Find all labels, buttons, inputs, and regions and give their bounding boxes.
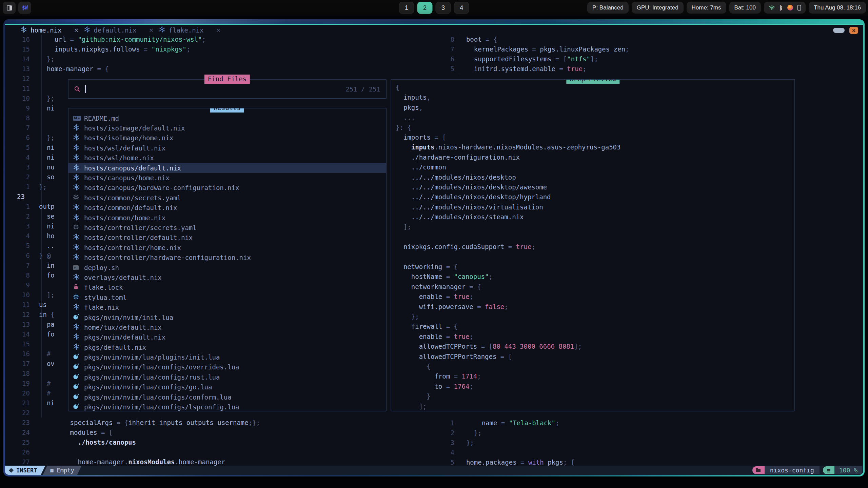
result-item[interactable]: pkgs/nvim/nvim/lua/configs/conform.lua <box>68 392 386 402</box>
result-item[interactable]: >_deploy.sh <box>68 263 386 272</box>
window-pill-button[interactable] <box>833 28 845 33</box>
result-item[interactable]: hosts/controller/secrets.yaml <box>68 223 386 232</box>
line-number: 3 <box>444 438 454 448</box>
system-tray[interactable]: ᛒ <box>764 2 806 14</box>
result-filename: hosts/controller/secrets.yaml <box>84 224 197 231</box>
result-item[interactable]: flake.lock <box>68 283 386 292</box>
phone-icon[interactable] <box>797 5 801 11</box>
lua-icon <box>73 363 79 371</box>
result-filename: pkgs/nvim/nvim/lua/configs/go.lua <box>84 383 212 391</box>
result-item[interactable]: hosts/controller/hardware-configuration.… <box>68 252 386 262</box>
bluetooth-icon[interactable]: ᛒ <box>780 4 783 11</box>
result-item[interactable]: hosts/wsl/home.nix <box>68 153 386 163</box>
mode-label: INSERT <box>16 467 37 474</box>
scroll-progress: 100 % <box>834 466 862 474</box>
code-line: 25 ./hosts/canopus <box>16 438 260 447</box>
result-item[interactable]: hosts/common/secrets.yaml <box>68 193 386 203</box>
line-number: 2 <box>444 428 454 438</box>
result-item[interactable]: pkgs/default.nix <box>68 342 386 352</box>
result-item[interactable]: flake.nix <box>68 302 386 312</box>
tab-home.nix[interactable]: home.nix× <box>20 26 79 34</box>
result-item[interactable]: hosts/canopus/home.nix <box>68 173 386 183</box>
tab-label: flake.nix <box>169 26 204 34</box>
nix-icon <box>73 273 80 282</box>
result-item[interactable]: pkgs/nvim/nvim/lua/plugins/init.lua <box>68 352 386 362</box>
line-number: 1 <box>16 182 30 192</box>
line-number: 13 <box>16 64 30 74</box>
result-item[interactable]: hosts/controller/default.nix <box>68 233 386 243</box>
nix-icon <box>73 253 80 262</box>
line-number: 14 <box>16 329 30 339</box>
workspace-4[interactable]: 4 <box>454 2 469 14</box>
tab-flake.nix[interactable]: flake.nix× <box>159 26 221 34</box>
right-editor-pane-top[interactable]: 8 boot = {7 kernelPackages = pkgs.linuxP… <box>444 35 629 74</box>
result-item[interactable]: hosts/isoImage/home.nix <box>68 133 386 143</box>
nix-icon <box>73 233 80 242</box>
shell-icon: >_ <box>73 265 79 270</box>
preview-line: hostName = "canopus"; <box>396 272 620 282</box>
close-tab-icon[interactable]: × <box>216 26 221 34</box>
result-item[interactable]: hosts/controller/home.nix <box>68 243 386 252</box>
result-item[interactable]: pkgs/nvim/nvim/lua/configs/rust.lua <box>68 372 386 382</box>
result-item[interactable]: hosts/isoImage/default.nix <box>68 123 386 133</box>
close-tab-icon[interactable]: × <box>149 26 154 34</box>
lines-icon: ≡ <box>823 466 834 474</box>
line-number: 5 <box>16 241 30 251</box>
preview-line: ../common <box>396 162 620 172</box>
code-line: 14 }; <box>16 54 260 64</box>
result-item[interactable]: hosts/canopus/default.nix <box>68 163 386 173</box>
results-list: M↓README.mdhosts/isoImage/default.nixhos… <box>68 113 386 411</box>
code-line: 15 inputs.nixpkgs.follows = "nixpkgs"; <box>16 44 260 54</box>
right-editor-pane-bottom[interactable]: 1 name = "Tela-black";2 };3 };45 home.pa… <box>444 418 575 467</box>
app-launcher-button[interactable] <box>3 2 16 14</box>
workspace-1[interactable]: 1 <box>399 2 414 14</box>
firefox-icon[interactable] <box>787 5 793 11</box>
result-item[interactable]: pkgs/nvim/default.nix <box>68 332 386 342</box>
workspace-2[interactable]: 2 <box>417 2 433 14</box>
workspace-3[interactable]: 3 <box>436 2 451 14</box>
nix-icon <box>20 26 27 34</box>
code-line: 26 <box>16 447 260 457</box>
result-item[interactable]: pkgs/nvim/nvim/lua/configs/go.lua <box>68 382 386 392</box>
statusline: INSERT ▤ Empty nixos-config ≡ 100 % <box>5 466 863 475</box>
line-number: 8 <box>16 270 30 280</box>
result-item[interactable]: stylua.toml <box>68 292 386 302</box>
tab-default.nix[interactable]: default.nix× <box>84 26 154 34</box>
preview-line: firewall = { <box>396 322 620 331</box>
nix-icon <box>73 303 80 311</box>
result-item[interactable]: home/tux/default.nix <box>68 322 386 332</box>
result-item[interactable]: hosts/common/home.nix <box>68 213 386 223</box>
preview-line: ../../modules/nixos/desktop/awesome <box>396 182 620 192</box>
code-line: 16 url = "github:nix-community/nixos-wsl… <box>16 35 260 44</box>
result-item[interactable]: hosts/common/default.nix <box>68 203 386 213</box>
close-tab-icon[interactable]: × <box>74 26 79 34</box>
result-item[interactable]: pkgs/nvim/nvim/init.lua <box>68 312 386 322</box>
lock-icon <box>73 284 79 291</box>
line-number: 23 <box>16 418 30 428</box>
results-popup: Results M↓README.mdhosts/isoImage/defaul… <box>68 108 387 411</box>
wifi-icon[interactable] <box>768 5 775 11</box>
preview-line: { <box>396 362 620 371</box>
line-number: 7 <box>16 123 30 133</box>
result-filename: pkgs/nvim/nvim/lua/configs/lspconfig.lua <box>84 403 239 411</box>
lua-icon <box>73 393 79 401</box>
result-item[interactable]: hosts/wsl/default.nix <box>68 143 386 153</box>
result-filename: pkgs/nvim/nvim/lua/configs/overrides.lua <box>84 363 239 371</box>
result-item[interactable]: overlays/default.nix <box>68 272 386 282</box>
result-item[interactable]: M↓README.md <box>68 113 386 123</box>
preview-line: wifi.powersave = false; <box>396 302 620 312</box>
result-filename: overlays/default.nix <box>84 274 162 281</box>
grep-preview-popup: Grep Preview { inputs, pkgs, ...}: { imp… <box>391 79 795 411</box>
find-files-popup[interactable]: Find Files 251 / 251 <box>68 79 387 99</box>
mode-indicator: INSERT <box>5 466 45 475</box>
code-line: 3 }; <box>444 438 575 448</box>
result-item[interactable]: hosts/canopus/hardware-configuration.nix <box>68 183 386 193</box>
preview-line: inputs.nixos-hardware.nixosModules.asus-… <box>396 142 620 152</box>
result-item[interactable]: pkgs/nvim/nvim/lua/configs/lspconfig.lua <box>68 402 386 411</box>
preview-line: }: { <box>396 123 620 133</box>
result-item[interactable]: pkgs/nvim/nvim/lua/configs/overrides.lua <box>68 362 386 372</box>
window-close-button[interactable]: × <box>849 27 858 34</box>
desktop: $W 1234 P: Balanced GPU: Integrated Home… <box>0 0 868 488</box>
logo-button[interactable]: $W <box>18 2 31 14</box>
code-line: 23 specialArgs = {inherit inputs outputs… <box>16 418 260 428</box>
